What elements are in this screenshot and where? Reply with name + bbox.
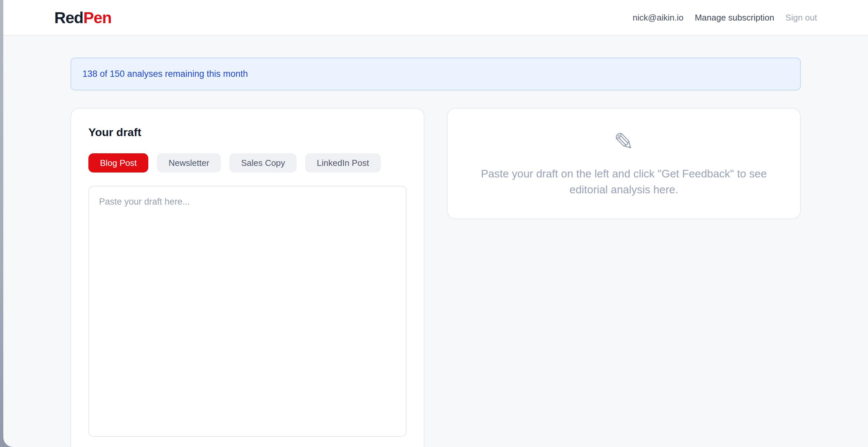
tab-linkedin-post[interactable]: LinkedIn Post [305,153,381,173]
tab-newsletter[interactable]: Newsletter [157,153,221,173]
top-header: RedPen nick@aikin.io Manage subscription… [3,0,868,36]
brand-logo-primary: Red [54,9,84,27]
manage-subscription-link[interactable]: Manage subscription [695,12,774,23]
feedback-card: ✎ Paste your draft on the left and click… [447,108,801,219]
usage-banner: 138 of 150 analyses remaining this month [70,58,801,90]
brand-logo: RedPen [54,9,112,27]
draft-card: Your draft Blog PostNewsletterSales Copy… [70,108,425,447]
usage-banner-text: 138 of 150 analyses remaining this month [83,69,248,79]
tab-sales-copy[interactable]: Sales Copy [229,153,297,173]
main-content: 138 of 150 analyses remaining this month… [70,58,801,447]
panels-grid: Your draft Blog PostNewsletterSales Copy… [70,108,801,447]
draft-type-tabs: Blog PostNewsletterSales CopyLinkedIn Po… [88,153,406,173]
sign-out-link[interactable]: Sign out [785,12,817,23]
brand-logo-accent: Pen [84,9,112,27]
header-nav: nick@aikin.io Manage subscription Sign o… [632,12,817,23]
feedback-empty-text: Paste your draft on the left and click "… [467,166,781,197]
draft-title: Your draft [88,126,406,139]
user-email: nick@aikin.io [632,12,684,23]
app-window: RedPen nick@aikin.io Manage subscription… [3,0,868,447]
pencil-icon: ✎ [613,129,634,154]
tab-blog-post[interactable]: Blog Post [88,153,148,173]
draft-textarea[interactable] [88,186,406,437]
